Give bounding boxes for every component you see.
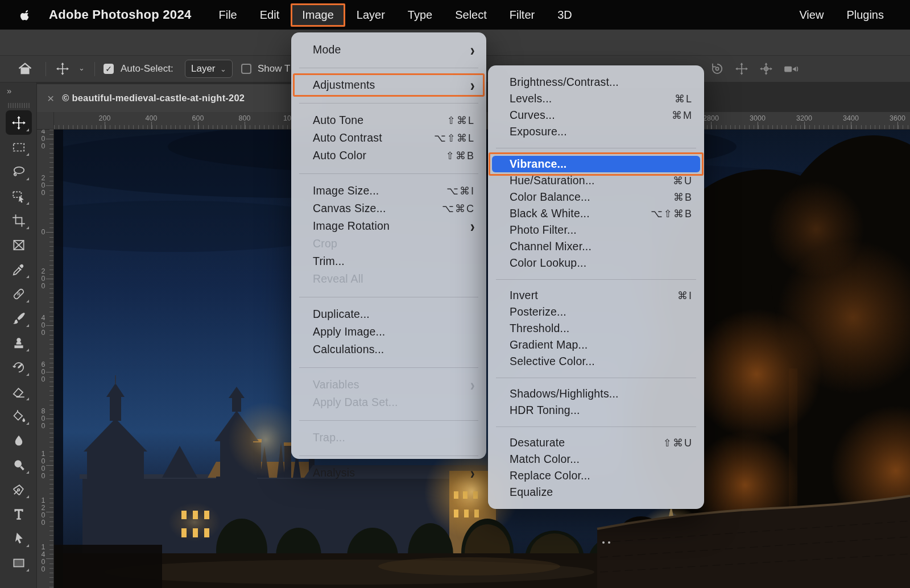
menubar-item-filter[interactable]: Filter [498,3,546,27]
rectangle-tool[interactable] [6,550,32,575]
menubar-item-file[interactable]: File [207,3,248,27]
menu-item-label: Auto Contrast [313,131,382,144]
image-menu-item-analysis[interactable]: Analysis› [291,464,486,482]
menubar-item-layer[interactable]: Layer [345,3,396,27]
apple-icon[interactable] [19,7,32,22]
menubar-item-type[interactable]: Type [396,3,444,27]
dodge-tool[interactable] [6,453,32,477]
adjustments-submenu-item-curves[interactable]: Curves...⌘M [488,107,704,123]
path-selection-tool[interactable] [6,526,32,550]
chevron-down-icon: ⌄ [220,65,226,73]
menu-separator [488,419,704,434]
history-brush-tool[interactable] [6,355,32,379]
object-selection-icon [11,189,26,204]
adjustments-submenu-item-channel-mixer[interactable]: Channel Mixer... [488,238,704,255]
object-selection-tool[interactable] [6,184,32,208]
pan-3d-icon[interactable] [734,61,749,78]
vertical-ruler[interactable]: 4 0 02 0 002 0 04 0 06 0 08 0 01 0 0 01 … [37,130,54,588]
adjustments-submenu-item-selective-color[interactable]: Selective Color... [488,353,704,370]
type-tool[interactable] [6,502,32,526]
rectangular-marquee-icon [11,140,26,155]
image-menu-item-duplicate[interactable]: Duplicate... [291,305,486,323]
menubar-item-3d[interactable]: 3D [546,3,584,27]
brush-tool[interactable] [6,306,32,330]
adjustments-submenu-item-photo-filter[interactable]: Photo Filter... [488,222,704,238]
adjustments-submenu-item-color-lookup[interactable]: Color Lookup... [488,255,704,271]
blur-tool[interactable] [6,428,32,453]
adjustments-submenu-item-replace-color[interactable]: Replace Color... [488,467,704,484]
adjustments-submenu-item-desaturate[interactable]: Desaturate⇧⌘U [488,434,704,451]
collapse-panel-button[interactable]: » [7,86,12,96]
image-menu-item-image-size[interactable]: Image Size...⌥⌘I [291,182,486,200]
crop-tool[interactable] [6,208,32,233]
image-menu-item-auto-contrast[interactable]: Auto Contrast⌥⇧⌘L [291,129,486,147]
adjustments-submenu-item-black-white[interactable]: Black & White...⌥⇧⌘B [488,205,704,222]
eraser-tool[interactable] [6,379,32,404]
eyedropper-tool[interactable] [6,257,32,281]
menubar-items: FileEditImageLayerTypeSelectFilter3D [207,3,583,27]
document-tab[interactable]: × © beautiful-medieval-castle-at-night-2… [37,84,305,112]
flyout-indicator [26,397,29,400]
image-menu-item-adjustments[interactable]: Adjustments› [291,76,486,94]
menubar-item-select[interactable]: Select [444,3,498,27]
clone-stamp-tool[interactable] [6,330,32,355]
home-icon[interactable] [17,61,33,79]
menu-item-shortcut: ⇧⌘L [447,114,475,127]
auto-select-target-dropdown[interactable]: Layer ⌄ [185,60,233,78]
adjustments-submenu-item-posterize[interactable]: Posterize... [488,304,704,320]
adjustments-submenu-item-match-color[interactable]: Match Color... [488,451,704,467]
spot-healing-brush-tool[interactable] [6,281,32,306]
menubar-item-image[interactable]: Image [291,3,345,27]
show-transform-checkbox[interactable] [241,64,251,74]
frame-tool[interactable] [6,233,32,257]
move-tool-icon[interactable] [56,62,69,78]
lasso-tool[interactable] [6,159,32,184]
orbit-3d-icon[interactable] [759,61,774,78]
adjustments-submenu-item-threshold[interactable]: Threshold... [488,320,704,337]
image-menu-item-auto-tone[interactable]: Auto Tone⇧⌘L [291,111,486,129]
pen-tool[interactable] [6,477,32,502]
adjustments-submenu-item-vibrance[interactable]: Vibrance... [492,156,700,172]
camera-icon[interactable] [783,61,799,78]
menu-item-label: Duplicate... [313,308,370,321]
adjustments-submenu-item-shadows-highlights[interactable]: Shadows/Highlights... [488,386,704,402]
menubar-item-view[interactable]: View [788,3,835,27]
image-menu-item-mode[interactable]: Mode› [291,41,486,59]
panel-grip[interactable] [8,103,30,108]
menu-item-label: Threshold... [510,322,569,335]
rotate-view-icon[interactable] [710,61,725,78]
menu-item-label: Equalize [510,486,553,499]
menu-item-label: Vibrance... [510,158,566,171]
flyout-indicator [26,300,29,303]
image-menu-item-apply-image[interactable]: Apply Image... [291,323,486,341]
adjustments-submenu-item-brightness-contrast[interactable]: Brightness/Contrast... [488,74,704,90]
flyout-indicator [26,373,29,376]
rectangular-marquee-tool[interactable] [6,135,32,159]
close-tab-icon[interactable]: × [47,92,54,105]
menubar-item-edit[interactable]: Edit [249,3,291,27]
paint-bucket-tool[interactable] [6,404,32,428]
adjustments-submenu-item-levels[interactable]: Levels...⌘L [488,90,704,107]
image-menu-item-canvas-size[interactable]: Canvas Size...⌥⌘C [291,200,486,217]
adjustments-submenu-item-color-balance[interactable]: Color Balance...⌘B [488,189,704,205]
image-menu-item-calculations[interactable]: Calculations... [291,341,486,358]
adjustments-submenu-item-invert[interactable]: Invert⌘I [488,287,704,304]
adjustments-submenu-item-hue-saturation[interactable]: Hue/Saturation...⌘U [488,172,704,189]
menubar-item-plugins[interactable]: Plugins [835,3,895,27]
move-tool[interactable] [6,110,32,135]
adjustments-submenu-item-equalize[interactable]: Equalize [488,484,704,500]
h-ruler-label: 200 [99,114,111,122]
adjustments-submenu-item-gradient-map[interactable]: Gradient Map... [488,337,704,353]
image-menu-item-auto-color[interactable]: Auto Color⇧⌘B [291,147,486,164]
auto-select-checkbox[interactable]: ✓ [104,64,114,74]
hand-tool[interactable] [6,575,32,588]
image-menu-item-trim[interactable]: Trim... [291,252,486,270]
adjustments-submenu-item-exposure[interactable]: Exposure... [488,123,704,140]
hand-icon [11,580,26,588]
dodge-icon [11,458,26,473]
menu-item-label: HDR Toning... [510,404,580,417]
spot-healing-brush-icon [11,287,26,301]
image-menu-item-image-rotation[interactable]: Image Rotation› [291,217,486,235]
adjustments-submenu-item-hdr-toning[interactable]: HDR Toning... [488,402,704,419]
chevron-down-icon[interactable]: ⌄ [78,64,85,72]
